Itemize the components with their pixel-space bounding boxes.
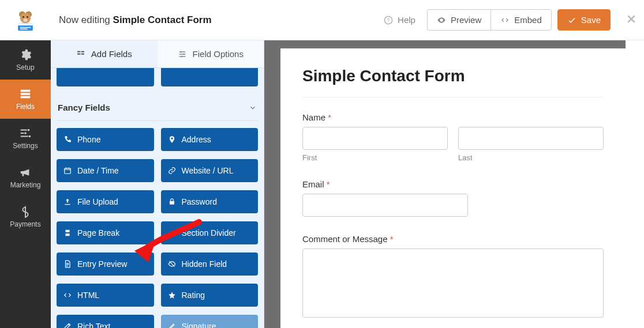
svg-rect-27	[66, 230, 70, 232]
field-phone[interactable]: Phone	[57, 128, 154, 151]
svg-rect-26	[169, 201, 174, 205]
field-rating[interactable]: Rating	[161, 284, 259, 307]
field-rating-label: Rating	[182, 291, 205, 300]
svg-rect-14	[21, 96, 31, 99]
field-datetime-label: Date / Time	[77, 166, 119, 175]
comment-field[interactable]: Comment or Message *	[302, 234, 604, 320]
fancy-grid: Phone Address Date / Time Website / URL …	[57, 128, 258, 328]
email-field[interactable]: Email *	[302, 179, 604, 217]
rail-fields[interactable]: Fields	[0, 80, 51, 119]
preview-button[interactable]: Preview	[427, 9, 491, 31]
field-entry-preview-label: Entry Preview	[77, 259, 127, 269]
fields-panel: Add Fields Field Options Fancy Fields Ph…	[51, 40, 264, 328]
field-password-label: Password	[182, 197, 217, 206]
pagebreak-icon	[63, 229, 72, 237]
svg-point-4	[27, 16, 28, 18]
field-datetime[interactable]: Date / Time	[57, 159, 154, 182]
tab-add-fields[interactable]: Add Fields	[51, 40, 158, 67]
field-html[interactable]: HTML	[57, 284, 154, 307]
options-icon	[178, 50, 187, 59]
group-fancy-head[interactable]: Fancy Fields	[57, 95, 258, 121]
partial-pill-left[interactable]	[57, 68, 154, 86]
topbar-actions: ? Help Preview Embed Save	[378, 9, 619, 31]
calendar-icon	[63, 167, 72, 175]
panel-tabs: Add Fields Field Options	[51, 40, 264, 68]
rail-marketing[interactable]: Marketing	[0, 158, 51, 197]
field-hidden[interactable]: Hidden Field	[161, 252, 259, 276]
form-canvas: Simple Contact Form Name * First Last Em…	[280, 48, 626, 328]
field-richtext-label: Rich Text	[77, 322, 110, 328]
link-icon	[168, 167, 176, 175]
email-input[interactable]	[302, 194, 468, 217]
code-icon	[63, 291, 72, 299]
svg-rect-28	[66, 233, 70, 236]
partial-pill-right[interactable]	[161, 68, 259, 86]
bullhorn-icon	[19, 166, 32, 179]
field-upload[interactable]: File Upload	[57, 190, 154, 213]
save-button[interactable]: Save	[557, 9, 611, 31]
eye-off-icon	[168, 260, 176, 268]
field-signature-label: Signature	[182, 322, 216, 328]
svg-rect-20	[77, 53, 80, 54]
fields-icon	[19, 88, 32, 100]
field-website[interactable]: Website / URL	[161, 159, 259, 182]
last-name-input[interactable]	[458, 127, 604, 150]
group-fancy-label: Fancy Fields	[58, 103, 110, 112]
close-button[interactable]	[619, 12, 644, 28]
name-field[interactable]: Name * First Last	[302, 112, 604, 162]
rail-settings-label: Settings	[13, 142, 38, 150]
divider	[302, 97, 604, 97]
svg-rect-21	[81, 53, 84, 54]
editing-title: Now editing Simple Contact Form	[51, 14, 378, 26]
svg-rect-9	[20, 28, 28, 29]
form-name: Simple Contact Form	[113, 14, 212, 25]
rail-fields-label: Fields	[16, 103, 35, 111]
eye-icon	[437, 16, 446, 25]
star-icon	[168, 291, 176, 299]
svg-rect-8	[20, 27, 31, 27]
lock-icon	[168, 198, 176, 206]
pin-icon	[168, 135, 176, 144]
svg-point-17	[29, 135, 31, 138]
rail-marketing-label: Marketing	[10, 181, 41, 189]
rail-payments[interactable]: Payments	[0, 197, 51, 236]
field-richtext[interactable]: Rich Text	[57, 315, 154, 328]
sliders-icon	[19, 127, 32, 140]
field-signature[interactable]: Signature	[161, 315, 259, 328]
left-rail: Setup Fields Settings Marketing Payments	[0, 40, 51, 328]
grid-icon	[76, 50, 85, 59]
tab-field-options-label: Field Options	[193, 49, 244, 59]
edit-icon	[63, 322, 72, 328]
svg-rect-25	[65, 168, 71, 174]
svg-rect-13	[21, 93, 31, 95]
tab-field-options[interactable]: Field Options	[158, 40, 264, 67]
now-editing-label: Now editing	[59, 14, 110, 25]
embed-button[interactable]: Embed	[491, 9, 552, 31]
topbar: Now editing Simple Contact Form ? Help P…	[0, 0, 644, 40]
rail-setup[interactable]: Setup	[0, 40, 51, 80]
field-entry-preview[interactable]: Entry Preview	[57, 252, 154, 276]
tab-add-fields-label: Add Fields	[91, 49, 132, 59]
close-icon	[626, 13, 637, 25]
email-label: Email *	[302, 179, 604, 189]
comment-textarea[interactable]	[302, 248, 604, 318]
field-password[interactable]: Password	[161, 190, 259, 213]
save-label: Save	[581, 15, 601, 25]
field-section[interactable]: Section Divider	[161, 221, 259, 244]
field-section-label: Section Divider	[182, 228, 236, 237]
field-pagebreak[interactable]: Page Break	[57, 221, 154, 244]
first-name-input[interactable]	[302, 127, 448, 150]
gear-icon	[19, 48, 32, 61]
chevron-down-icon	[249, 104, 257, 112]
field-upload-label: File Upload	[77, 197, 118, 206]
svg-point-16	[24, 132, 27, 134]
svg-point-22	[180, 51, 182, 52]
help-label: Help	[398, 15, 415, 25]
help-link[interactable]: ? Help	[378, 15, 421, 25]
svg-rect-19	[81, 51, 84, 52]
partial-row	[57, 68, 258, 95]
field-hidden-label: Hidden Field	[182, 259, 227, 269]
rail-settings[interactable]: Settings	[0, 119, 51, 158]
svg-point-3	[23, 16, 24, 18]
field-address[interactable]: Address	[161, 128, 259, 151]
